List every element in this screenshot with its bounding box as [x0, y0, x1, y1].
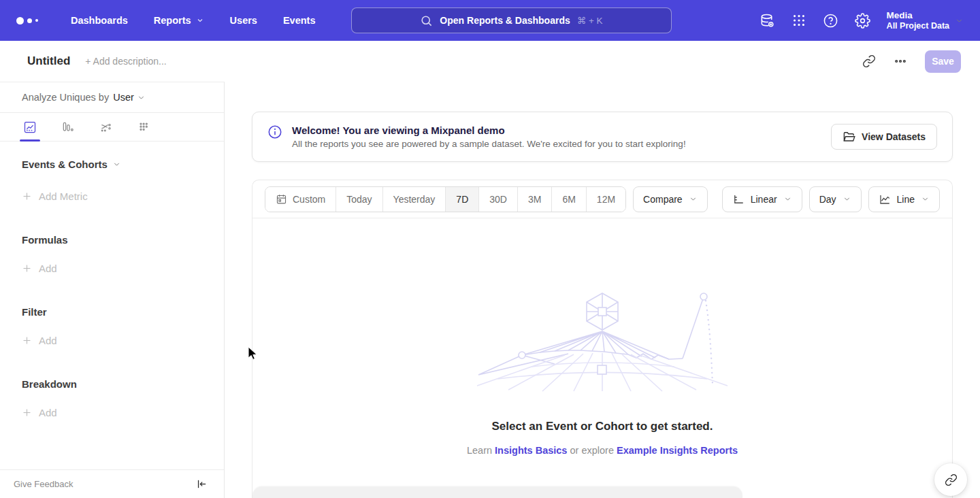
plus-icon: [22, 408, 32, 418]
range-yesterday-label: Yesterday: [393, 194, 436, 205]
project-name: Media: [887, 10, 949, 21]
granularity-label: Day: [819, 194, 836, 205]
line-chart-icon: [879, 193, 891, 205]
calendar-icon: [276, 193, 287, 205]
chevron-down-icon: [843, 195, 851, 203]
range-12m[interactable]: 12M: [586, 187, 625, 212]
report-title[interactable]: Untitled: [27, 54, 70, 68]
navbar-right: Media All Project Data: [760, 0, 964, 41]
tab-bar-chart[interactable]: [59, 113, 78, 142]
tab-metric-grid[interactable]: [135, 113, 154, 142]
banner-title: Welcome! You are viewing a Mixpanel demo: [292, 124, 686, 136]
report-description-placeholder[interactable]: + Add description...: [85, 56, 166, 67]
analyze-selector-value: User: [113, 92, 134, 103]
add-filter-button[interactable]: Add: [22, 335, 224, 346]
range-3m[interactable]: 3M: [517, 187, 551, 212]
query-builder-sidebar: Analyze Uniques by User Events & Cohorts…: [0, 82, 225, 498]
folder-icon: [843, 131, 855, 144]
view-datasets-button[interactable]: View Datasets: [831, 124, 937, 150]
line-chart-icon: [23, 120, 37, 134]
range-yesterday[interactable]: Yesterday: [382, 187, 446, 212]
chevron-down-icon: [196, 16, 204, 24]
save-button[interactable]: Save: [925, 50, 961, 73]
scale-button[interactable]: Linear: [722, 186, 802, 212]
global-search-input[interactable]: Open Reports & Dashboards ⌘ + K: [351, 7, 672, 33]
collapse-sidebar-icon[interactable]: [196, 478, 208, 490]
chevron-down-icon: [112, 160, 121, 169]
top-navbar: Dashboards Reports Users Events Open Rep…: [0, 0, 980, 41]
add-metric-button[interactable]: Add Metric: [22, 190, 224, 202]
share-link-button[interactable]: [934, 463, 967, 496]
insights-chart-card: Custom Today Yesterday 7D 30D 3M 6M 12M …: [252, 180, 953, 498]
report-header: Untitled + Add description... Save: [0, 41, 980, 82]
scale-label: Linear: [751, 194, 777, 205]
chart-type-tabs: [0, 113, 224, 142]
chevron-down-icon: [783, 195, 792, 203]
range-custom[interactable]: Custom: [265, 187, 336, 212]
nav-users-label: Users: [230, 15, 257, 26]
tab-line-chart[interactable]: [20, 113, 39, 142]
linear-axis-icon: [732, 193, 745, 205]
help-icon[interactable]: [823, 13, 838, 29]
add-breakdown-button[interactable]: Add: [22, 407, 224, 418]
empty-state: Select an Event or Cohort to get started…: [252, 218, 952, 456]
nav-dashboards[interactable]: Dashboards: [71, 15, 128, 26]
range-6m[interactable]: 6M: [551, 187, 585, 212]
banner-subtitle: All the reports you see are powered by a…: [292, 139, 686, 149]
mixpanel-logo-icon[interactable]: [16, 17, 44, 24]
nav-users[interactable]: Users: [230, 15, 257, 26]
nav-events[interactable]: Events: [283, 15, 316, 26]
primary-nav: Dashboards Reports Users Events: [71, 15, 315, 26]
hint-prefix: Learn: [467, 445, 492, 456]
chevron-down-icon: [137, 93, 146, 102]
section-breakdown: Breakdown Add: [0, 378, 224, 418]
empty-state-illustration: [466, 289, 738, 393]
range-6m-label: 6M: [562, 194, 575, 205]
copy-link-icon[interactable]: [862, 54, 876, 68]
compare-button[interactable]: Compare: [633, 186, 708, 212]
metric-grid-icon: [137, 120, 151, 134]
insights-basics-link[interactable]: Insights Basics: [495, 445, 567, 456]
range-3m-label: 3M: [528, 194, 541, 205]
events-cohorts-header[interactable]: Events & Cohorts: [22, 159, 224, 170]
date-range-control: Custom Today Yesterday 7D 30D 3M 6M 12M: [265, 186, 626, 212]
give-feedback-link[interactable]: Give Feedback: [14, 479, 73, 489]
range-30d[interactable]: 30D: [478, 187, 517, 212]
settings-icon[interactable]: [855, 13, 870, 29]
search-shortcut: ⌘ + K: [577, 15, 603, 26]
range-custom-label: Custom: [293, 194, 325, 205]
events-cohorts-title: Events & Cohorts: [22, 159, 108, 170]
search-icon: [420, 14, 433, 27]
data-management-icon[interactable]: [760, 13, 775, 29]
granularity-button[interactable]: Day: [809, 186, 862, 212]
main-content: Welcome! You are viewing a Mixpanel demo…: [225, 82, 980, 498]
add-metric-label: Add Metric: [39, 190, 88, 202]
chart-type-button[interactable]: Line: [868, 186, 940, 212]
range-7d[interactable]: 7D: [445, 187, 478, 212]
range-today[interactable]: Today: [336, 187, 382, 212]
plus-icon: [22, 263, 32, 273]
formulas-title: Formulas: [22, 234, 68, 246]
hint-middle: or explore: [570, 445, 613, 456]
analyze-selector[interactable]: User: [113, 92, 146, 103]
chevron-down-icon: [955, 16, 964, 25]
more-options-icon[interactable]: [894, 54, 907, 68]
range-12m-label: 12M: [597, 194, 615, 205]
apps-grid-icon[interactable]: [791, 13, 806, 28]
flow-chart-icon: [99, 120, 113, 134]
link-icon: [945, 474, 958, 486]
range-7d-label: 7D: [456, 194, 468, 205]
range-today-label: Today: [346, 194, 372, 205]
project-scope: All Project Data: [887, 21, 949, 31]
example-insights-reports-link[interactable]: Example Insights Reports: [617, 445, 738, 456]
chart-toolbar: Custom Today Yesterday 7D 30D 3M 6M 12M …: [252, 180, 952, 218]
filter-title: Filter: [22, 306, 47, 318]
project-selector[interactable]: Media All Project Data: [887, 10, 964, 31]
section-events-cohorts: Events & Cohorts Add Metric: [0, 159, 224, 202]
plus-icon: [22, 335, 32, 346]
nav-reports[interactable]: Reports: [154, 15, 204, 26]
empty-state-hint: Learn Insights Basics or explore Example…: [252, 445, 952, 456]
bottom-panel-peek[interactable]: [252, 486, 742, 498]
tab-flow-chart[interactable]: [97, 113, 116, 142]
add-formula-button[interactable]: Add: [22, 263, 224, 274]
